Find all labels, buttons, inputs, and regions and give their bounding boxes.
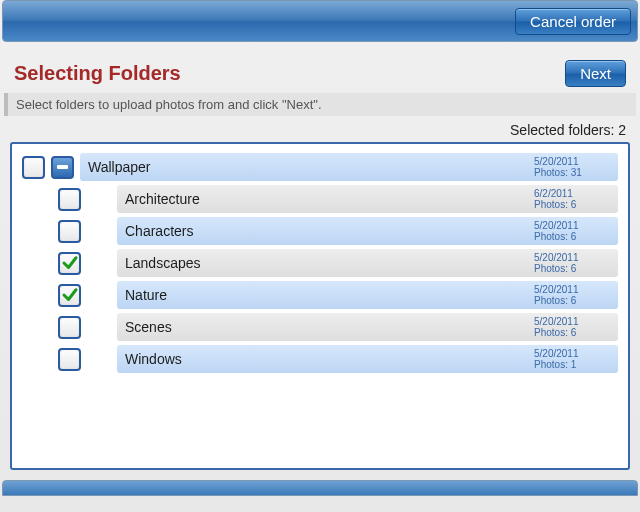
instruction-text: Select folders to upload photos from and… [4,93,636,116]
folder-meta: 5/20/2011 Photos: 31 [534,156,610,178]
checkbox[interactable] [58,220,81,243]
folder-bar-root[interactable]: Wallpaper 5/20/2011 Photos: 31 [80,153,618,181]
checkbox[interactable] [58,348,81,371]
checkbox-root[interactable] [22,156,45,179]
folder-bar[interactable]: Architecture6/2/2011Photos: 6 [117,185,618,213]
minus-icon [57,165,68,169]
checkbox[interactable] [58,252,81,275]
folder-row: Windows5/20/2011Photos: 1 [22,344,618,374]
folder-bar[interactable]: Landscapes5/20/2011Photos: 6 [117,249,618,277]
folder-meta: 5/20/2011Photos: 6 [534,220,610,242]
folder-name: Scenes [125,319,172,335]
collapse-toggle[interactable] [51,156,74,179]
selected-folders-count: Selected folders: 2 [0,116,640,142]
cancel-order-button[interactable]: Cancel order [515,8,631,35]
folder-row: Characters5/20/2011Photos: 6 [22,216,618,246]
bottom-bar [2,480,638,496]
folder-bar[interactable]: Nature5/20/2011Photos: 6 [117,281,618,309]
folder-name: Architecture [125,191,200,207]
folder-name: Nature [125,287,167,303]
folder-row: Architecture6/2/2011Photos: 6 [22,184,618,214]
folder-meta: 5/20/2011Photos: 6 [534,284,610,306]
checkbox[interactable] [58,188,81,211]
folder-meta: 5/20/2011Photos: 6 [534,252,610,274]
checkbox[interactable] [58,284,81,307]
folder-meta: 5/20/2011Photos: 1 [534,348,610,370]
folder-tree-panel: Wallpaper 5/20/2011 Photos: 31 Architect… [10,142,630,470]
folder-bar[interactable]: Windows5/20/2011Photos: 1 [117,345,618,373]
top-bar: Cancel order [2,0,638,42]
folder-name: Wallpaper [88,159,151,175]
page-title: Selecting Folders [14,62,181,85]
folder-meta: 6/2/2011Photos: 6 [534,188,610,210]
folder-row: Landscapes5/20/2011Photos: 6 [22,248,618,278]
folder-bar[interactable]: Characters5/20/2011Photos: 6 [117,217,618,245]
checkbox[interactable] [58,316,81,339]
next-button[interactable]: Next [565,60,626,87]
folder-bar[interactable]: Scenes5/20/2011Photos: 6 [117,313,618,341]
folder-name: Characters [125,223,193,239]
folder-meta: 5/20/2011Photos: 6 [534,316,610,338]
folder-row: Nature5/20/2011Photos: 6 [22,280,618,310]
folder-row-root: Wallpaper 5/20/2011 Photos: 31 [22,152,618,182]
folder-row: Scenes5/20/2011Photos: 6 [22,312,618,342]
folder-name: Landscapes [125,255,201,271]
folder-name: Windows [125,351,182,367]
